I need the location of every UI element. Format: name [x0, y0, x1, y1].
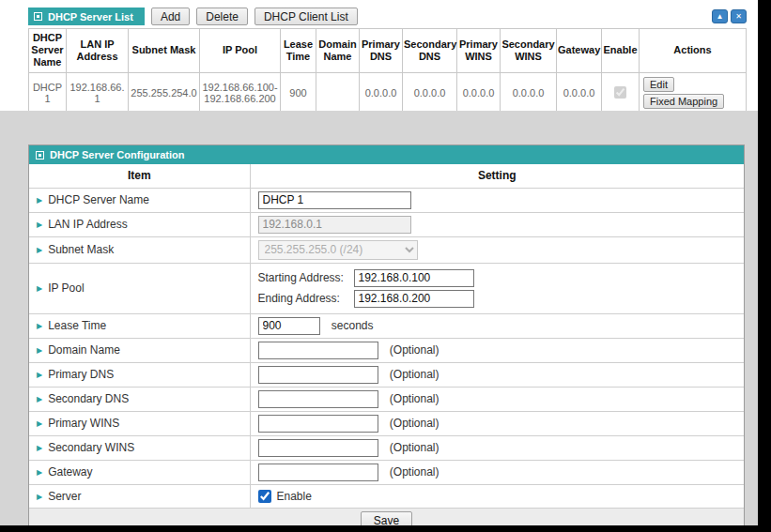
- config-label: Domain Name: [48, 343, 120, 357]
- cell-secondary-wins: 0.0.0.0: [501, 72, 557, 114]
- fixed-mapping-button[interactable]: Fixed Mapping: [643, 94, 724, 109]
- table-header-row: DHCP Server Name LAN IP Address Subnet M…: [29, 29, 747, 73]
- edit-button[interactable]: Edit: [643, 77, 674, 92]
- col-domain-name: Domain Name: [316, 29, 360, 73]
- col-ip-pool: IP Pool: [200, 29, 281, 73]
- dhcp-client-list-button[interactable]: DHCP Client List: [254, 8, 358, 25]
- window-buttons: ▲ ✕: [712, 9, 747, 23]
- primary-dns-input[interactable]: [258, 366, 378, 384]
- config-row-server: Server Enable: [29, 484, 744, 508]
- cell-lan-ip: 192.168.66.1: [67, 72, 129, 114]
- row-arrow-icon: [37, 343, 48, 357]
- ending-address-label: Ending Address:: [258, 292, 354, 305]
- delete-button[interactable]: Delete: [196, 8, 248, 25]
- config-row-primary-dns: Primary DNS (Optional): [29, 362, 744, 387]
- server-enable-checkbox[interactable]: [258, 490, 271, 503]
- section-icon: [36, 151, 44, 160]
- col-primary-wins: Primary WINS: [457, 29, 501, 73]
- config-label: Secondary DNS: [48, 392, 129, 405]
- config-label: Primary DNS: [48, 368, 114, 381]
- section-title: DHCP Server List: [48, 11, 133, 23]
- server-enable-wrap: Enable: [258, 490, 737, 503]
- close-button[interactable]: ✕: [731, 9, 747, 23]
- cell-secondary-dns: 0.0.0.0: [403, 72, 457, 114]
- config-row-secondary-wins: Secondary WINS (Optional): [29, 435, 744, 460]
- config-label: Subnet Mask: [48, 243, 114, 256]
- col-actions: Actions: [640, 29, 747, 73]
- save-button[interactable]: Save: [361, 511, 412, 525]
- starting-address-input[interactable]: [354, 269, 474, 287]
- dhcp-server-name-input[interactable]: [258, 191, 411, 209]
- ip-pool-ending-line: Ending Address:: [258, 290, 737, 308]
- col-lan-ip-address: LAN IP Address: [67, 29, 129, 73]
- row-arrow-icon: [37, 441, 48, 454]
- dhcp-server-list-section: DHCP Server List Add Delete DHCP Client …: [0, 0, 758, 114]
- optional-hint: (Optional): [390, 417, 439, 430]
- config-title: DHCP Server Configuration: [50, 149, 184, 160]
- row-arrow-icon: [37, 193, 48, 206]
- cell-domain-name: [316, 72, 360, 114]
- config-header: DHCP Server Configuration: [29, 145, 744, 164]
- setting-column-header: Setting: [250, 164, 744, 188]
- col-enable: Enable: [602, 29, 640, 73]
- row-arrow-icon: [37, 243, 48, 256]
- optional-hint: (Optional): [390, 441, 439, 454]
- lan-ip-address-input: [258, 216, 411, 234]
- cell-subnet-mask: 255.255.254.0: [129, 72, 200, 114]
- cell-name: DHCP 1: [29, 72, 67, 114]
- optional-hint: (Optional): [390, 343, 439, 357]
- config-header-row: Item Setting: [29, 164, 744, 188]
- optional-hint: (Optional): [390, 368, 439, 381]
- secondary-wins-input[interactable]: [258, 439, 378, 457]
- screenshot-frame: DHCP Server List Add Delete DHCP Client …: [0, 0, 771, 532]
- config-label: Primary WINS: [48, 417, 119, 430]
- table-row: DHCP 1 192.168.66.1 255.255.254.0 192.16…: [29, 72, 747, 114]
- row-arrow-icon: [37, 490, 48, 503]
- lease-time-input[interactable]: [258, 317, 320, 335]
- row-arrow-icon: [37, 319, 48, 332]
- primary-wins-input[interactable]: [258, 415, 378, 433]
- dhcp-server-list-header: DHCP Server List Add Delete DHCP Client …: [28, 8, 747, 25]
- cell-gateway: 0.0.0.0: [557, 72, 602, 114]
- config-row-dhcp-server-name: DHCP Server Name: [29, 188, 744, 212]
- config-row-lease-time: Lease Time seconds: [29, 313, 744, 338]
- config-row-secondary-dns: Secondary DNS (Optional): [29, 387, 744, 411]
- item-column-header: Item: [29, 164, 250, 188]
- cell-enable: [602, 72, 640, 114]
- secondary-dns-input[interactable]: [258, 390, 378, 408]
- domain-name-input[interactable]: [258, 342, 378, 359]
- starting-address-label: Starting Address:: [258, 271, 354, 284]
- server-enable-label: Enable: [277, 490, 312, 503]
- col-secondary-wins: Secondary WINS: [501, 29, 557, 73]
- page: DHCP Server List Add Delete DHCP Client …: [0, 0, 758, 525]
- config-label: Gateway: [48, 465, 92, 479]
- collapse-button[interactable]: ▲: [712, 9, 728, 23]
- col-secondary-dns: Secondary DNS: [403, 29, 457, 73]
- section-icon: [34, 12, 42, 21]
- row-arrow-icon: [37, 392, 48, 405]
- gateway-input[interactable]: [258, 464, 378, 481]
- subnet-mask-select: 255.255.255.0 (/24): [258, 240, 418, 260]
- config-label: DHCP Server Name: [48, 193, 149, 206]
- col-subnet-mask: Subnet Mask: [129, 29, 200, 73]
- add-button[interactable]: Add: [151, 8, 190, 25]
- optional-hint: (Optional): [390, 392, 439, 405]
- cell-primary-dns: 0.0.0.0: [360, 72, 403, 114]
- config-row-subnet-mask: Subnet Mask 255.255.255.0 (/24): [29, 236, 744, 263]
- dhcp-server-configuration-section: DHCP Server Configuration Item Setting D…: [28, 144, 745, 525]
- cell-lease-time: 900: [281, 72, 316, 114]
- config-label: LAN IP Address: [48, 218, 128, 231]
- row-arrow-icon: [37, 368, 48, 381]
- close-icon: ✕: [735, 12, 742, 21]
- config-row-ip-pool: IP Pool Starting Address: Ending Address…: [29, 263, 744, 313]
- col-gateway: Gateway: [557, 29, 602, 73]
- ending-address-input[interactable]: [354, 290, 474, 308]
- optional-hint: (Optional): [390, 465, 439, 479]
- config-row-primary-wins: Primary WINS (Optional): [29, 411, 744, 435]
- ip-pool-starting-line: Starting Address:: [258, 269, 737, 287]
- row-arrow-icon: [37, 417, 48, 430]
- config-table: Item Setting DHCP Server Name LAN IP Add…: [29, 164, 744, 508]
- row-enable-checkbox: [614, 86, 626, 99]
- cell-primary-wins: 0.0.0.0: [457, 72, 501, 114]
- col-primary-dns: Primary DNS: [360, 29, 403, 73]
